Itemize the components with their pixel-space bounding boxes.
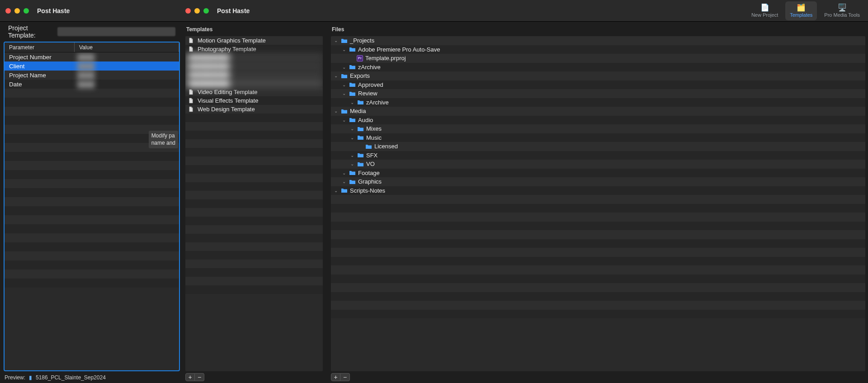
parameter-row[interactable]: Client████	[5, 61, 179, 71]
tree-row[interactable]: Licensed	[331, 142, 865, 151]
parameter-header-value[interactable]: Value	[75, 43, 179, 52]
tooltip: Modify pa name and	[149, 131, 178, 148]
tree-row[interactable]: ⌄SFX	[331, 151, 865, 160]
chevron-down-icon[interactable]: ⌄	[342, 180, 346, 184]
chevron-down-icon[interactable]: ⌄	[334, 109, 338, 113]
parameter-row[interactable]	[5, 116, 179, 125]
tree-row[interactable]: ⌄Adobe Premiere Pro Auto-Save	[331, 45, 865, 54]
tree-row[interactable]: ⌄Footage	[331, 169, 865, 178]
tree-row[interactable]: ⌄Graphics	[331, 177, 865, 186]
template-item[interactable]: Motion Graphics Template	[185, 36, 323, 45]
template-item[interactable]: ██████████	[185, 62, 323, 71]
pro-media-tools-button[interactable]: 🖥️ Pro Media Tools	[820, 1, 864, 20]
file-tree: ⌄_Projects⌄Adobe Premiere Pro Auto-SaveP…	[331, 36, 865, 371]
tree-row[interactable]: ⌄zArchive	[331, 98, 865, 107]
chevron-down-icon[interactable]: ⌄	[342, 82, 346, 87]
close-icon[interactable]	[185, 8, 191, 14]
add-file-button[interactable]: +	[331, 373, 340, 381]
parameter-row[interactable]	[5, 188, 179, 197]
parameter-row[interactable]	[5, 170, 179, 179]
template-item[interactable]: Visual Effects Template	[185, 96, 323, 105]
parameter-row[interactable]	[5, 224, 179, 233]
maximize-icon[interactable]	[203, 8, 209, 14]
chevron-down-icon[interactable]: ⌄	[334, 38, 338, 43]
chevron-down-icon[interactable]: ⌄	[350, 127, 354, 131]
chevron-down-icon[interactable]: ⌄	[334, 188, 338, 193]
template-label: Motion Graphics Template	[198, 37, 266, 44]
tree-item-label: Template.prproj	[365, 55, 406, 61]
parameter-row[interactable]	[5, 260, 179, 270]
folder-icon	[340, 188, 348, 193]
premiere-file-icon: Pr	[357, 55, 363, 61]
tree-row[interactable]: ⌄Audio	[331, 116, 865, 125]
templates-icon: 🗂️	[797, 4, 806, 11]
template-item[interactable]: Video Editing Template	[185, 88, 323, 96]
close-icon[interactable]	[5, 8, 11, 14]
template-item[interactable]: ██████████	[185, 71, 323, 79]
parameter-row[interactable]	[5, 242, 179, 251]
parameter-row[interactable]	[5, 251, 179, 260]
parameter-row[interactable]	[5, 107, 179, 116]
maximize-icon[interactable]	[24, 8, 29, 14]
parameter-row[interactable]: Date████	[5, 80, 179, 89]
chevron-down-icon[interactable]: ⌄	[342, 118, 346, 122]
tree-row[interactable]: ⌄Media	[331, 107, 865, 116]
template-item[interactable]: Photography Template	[185, 45, 323, 53]
folder-icon	[365, 144, 372, 149]
tree-row[interactable]: ⌄zArchive	[331, 63, 865, 72]
chevron-down-icon[interactable]: ⌄	[350, 162, 354, 166]
minimize-icon[interactable]	[194, 8, 200, 14]
chevron-down-icon[interactable]: ⌄	[342, 170, 346, 175]
new-project-button[interactable]: 📄 New Project	[747, 1, 783, 20]
parameter-header-parameter[interactable]: Parameter	[5, 43, 75, 52]
template-item[interactable]: Web Design Template	[185, 105, 323, 113]
parameter-row[interactable]	[5, 206, 179, 215]
parameter-row[interactable]	[5, 279, 179, 288]
tree-row[interactable]: ⌄Mixes	[331, 124, 865, 133]
parameter-row[interactable]	[5, 152, 179, 161]
new-project-icon: 📄	[760, 4, 769, 11]
add-template-button[interactable]: +	[185, 373, 195, 381]
parameter-value[interactable]: ████	[75, 63, 179, 70]
tree-row[interactable]: PrTemplate.prproj	[331, 54, 865, 63]
chevron-down-icon[interactable]: ⌄	[350, 100, 354, 104]
chevron-down-icon[interactable]: ⌄	[342, 65, 346, 69]
remove-file-button[interactable]: −	[340, 373, 350, 381]
chevron-down-icon[interactable]: ⌄	[350, 153, 354, 157]
tree-row[interactable]: ⌄Review	[331, 89, 865, 98]
parameter-value[interactable]: ████	[75, 72, 179, 79]
chevron-down-icon[interactable]: ⌄	[342, 47, 346, 52]
templates-button[interactable]: 🗂️ Templates	[785, 1, 817, 20]
window-title-mid: Post Haste	[217, 7, 250, 14]
tree-row[interactable]: ⌄Exports	[331, 71, 865, 80]
window-controls-left	[5, 8, 29, 14]
chevron-down-icon[interactable]: ⌄	[342, 91, 346, 96]
parameter-row[interactable]	[5, 161, 179, 170]
tree-row[interactable]: ⌄Music	[331, 133, 865, 142]
parameter-row[interactable]	[5, 89, 179, 98]
template-item[interactable]: ██████████	[185, 53, 323, 62]
parameter-row[interactable]	[5, 270, 179, 279]
folder-icon: ▮	[29, 374, 32, 381]
parameter-row[interactable]	[5, 215, 179, 224]
project-template-dropdown[interactable]	[57, 27, 175, 36]
tree-row[interactable]: ⌄Scripts-Notes	[331, 186, 865, 195]
parameter-value[interactable]: ████	[75, 54, 179, 61]
parameter-row[interactable]	[5, 179, 179, 188]
parameter-row[interactable]	[5, 233, 179, 242]
parameter-value[interactable]: ████	[75, 81, 179, 88]
template-item[interactable]: ██████████	[185, 79, 323, 88]
parameter-row[interactable]: Project Number████	[5, 52, 179, 61]
tree-row[interactable]: ⌄VO	[331, 160, 865, 169]
tree-item-label: Graphics	[358, 178, 382, 185]
parameter-row[interactable]: Project Name████	[5, 71, 179, 80]
tree-row[interactable]: ⌄Approved	[331, 80, 865, 90]
parameter-row[interactable]	[5, 98, 179, 107]
tree-item-label: Review	[358, 90, 377, 97]
remove-template-button[interactable]: −	[195, 373, 204, 381]
minimize-icon[interactable]	[14, 8, 20, 14]
chevron-down-icon[interactable]: ⌄	[350, 135, 354, 140]
tree-row[interactable]: ⌄_Projects	[331, 36, 865, 45]
parameter-row[interactable]	[5, 197, 179, 206]
chevron-down-icon[interactable]: ⌄	[334, 74, 338, 78]
